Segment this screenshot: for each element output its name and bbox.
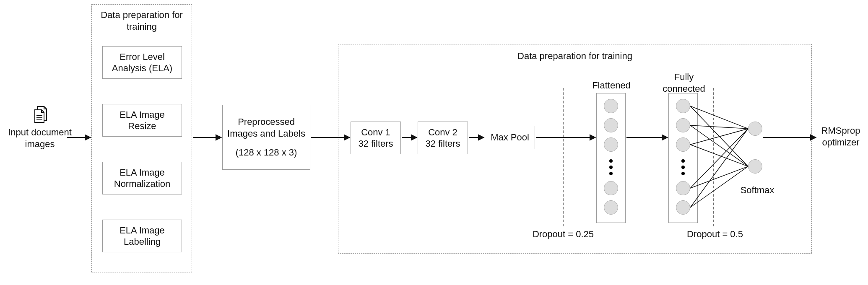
nn-node [604, 99, 618, 113]
preprocessed-shape: (128 x 128 x 3) [236, 147, 297, 158]
step-ela: Error Level Analysis (ELA) [102, 46, 182, 79]
fc-label: Fully connected [652, 71, 715, 94]
nn-node [604, 181, 618, 195]
nn-node [604, 137, 618, 152]
nn-node [676, 99, 690, 113]
nn-node [748, 159, 762, 174]
dropout1-line [563, 88, 564, 226]
dropout2-label: Dropout = 0.5 [679, 228, 751, 240]
conv1-box: Conv 1 32 filters [351, 122, 401, 154]
input-label: Input document images [0, 127, 80, 150]
input-icon [4, 105, 75, 127]
preprocessed-box: Preprocessed Images and Labels (128 x 12… [222, 105, 310, 170]
nn-node [604, 118, 618, 132]
nn-node [748, 122, 762, 136]
conv2-box: Conv 2 32 filters [418, 122, 468, 154]
step-labelling: ELA Image Labelling [102, 220, 182, 252]
step-resize: ELA Image Resize [102, 104, 182, 137]
maxpool-box: Max Pool [485, 126, 535, 149]
ellipsis-dot [609, 166, 613, 169]
data-prep-title: Data preparation for training [91, 9, 192, 32]
softmax-label: Softmax [736, 184, 778, 196]
nn-node [676, 200, 690, 215]
dropout2-line [713, 88, 714, 226]
nn-node [604, 200, 618, 215]
model-group-title: Data preparation for training [338, 50, 812, 62]
optimizer-label: RMSprop optimizer [818, 125, 864, 148]
model-group [338, 44, 812, 254]
ellipsis-dot [609, 172, 613, 175]
ellipsis-dot [609, 159, 613, 163]
ellipsis-dot [681, 166, 685, 169]
diagram-canvas: { "input_label": "Input document\nimages… [0, 0, 868, 285]
ellipsis-dot [681, 172, 685, 175]
nn-node [676, 137, 690, 152]
nn-node [676, 118, 690, 132]
ellipsis-dot [681, 159, 685, 163]
step-normalize: ELA Image Normalization [102, 162, 182, 194]
flattened-label: Flattened [586, 80, 637, 91]
nn-node [676, 181, 690, 195]
dropout1-label: Dropout = 0.25 [528, 228, 599, 240]
preprocessed-title: Preprocessed Images and Labels [227, 116, 305, 139]
